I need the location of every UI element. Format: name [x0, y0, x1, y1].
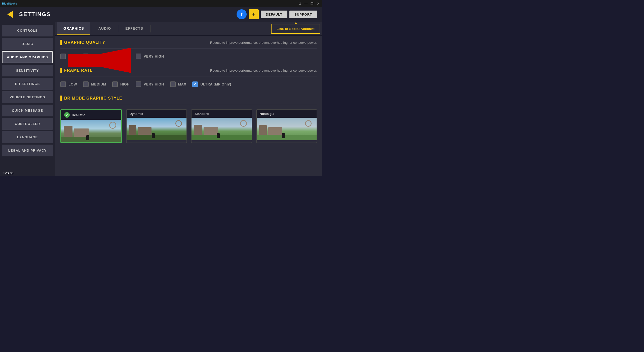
style-name-realistic: Realistic — [72, 113, 85, 117]
style-name-nostalgia: Nostalgia — [260, 112, 275, 116]
frame-rate-options: LOW MEDIUM HIGH VERY HIGH — [60, 79, 317, 90]
main-body: CONTROLS BASIC AUDIO AND GRAPHICS SENSIT… — [0, 22, 322, 176]
app-container: SETTINGS f + DEFAULT SUPPORT CONTROLS BA… — [0, 7, 322, 176]
checkbox-very-high[interactable] — [136, 54, 141, 59]
checkbox-fr-high[interactable] — [112, 81, 118, 87]
sidebar-item-quick-message[interactable]: QUICK MESSAGE — [2, 105, 53, 116]
style-name-standard: Standard — [195, 112, 209, 116]
section-bar-fr-icon — [60, 68, 62, 73]
style-card-realistic-header: ✓ Realistic — [61, 110, 121, 120]
link-social-button[interactable]: Link to Social Account — [271, 24, 320, 34]
graphic-quality-section: GRAPHIC QUALITY Reduce to improve perfor… — [60, 40, 317, 62]
option-fr-very-high: VERY HIGH — [136, 81, 164, 87]
style-card-standard[interactable]: Standard — [191, 109, 252, 143]
checkbox-fr-very-high[interactable] — [136, 81, 141, 87]
frame-rate-header: FRAME RATE Reduce to improve performance… — [60, 68, 317, 73]
support-button[interactable]: SUPPORT — [289, 11, 317, 18]
style-card-dynamic[interactable]: Dynamic — [126, 109, 187, 143]
label-fr-low: LOW — [68, 82, 77, 86]
label-high: HIGH — [120, 54, 130, 58]
graphic-style-header: BR MODE GRAPHIC STYLE — [60, 96, 317, 101]
label-fr-medium: MEDIUM — [91, 82, 106, 86]
section-bar-icon — [60, 40, 62, 45]
checkbox-fr-ultra[interactable] — [192, 81, 198, 87]
option-fr-ultra: ULTRA (MP Only) — [192, 81, 231, 87]
checkbox-fr-max[interactable] — [170, 81, 176, 87]
divider-fr — [60, 76, 317, 76]
label-very-high: VERY HIGH — [144, 54, 164, 58]
fps-indicator: FPS 30 — [3, 171, 13, 175]
style-img-standard — [192, 118, 252, 140]
fps-value: 30 — [10, 171, 13, 175]
checkbox-low[interactable] — [60, 54, 66, 59]
checkbox-fr-medium[interactable] — [83, 81, 89, 87]
titlebar: BlueStacks ⚙ — ❐ ✕ — [0, 0, 322, 7]
tab-bar: GRAPHICS AUDIO EFFECTS Link to Social Ac… — [55, 22, 322, 36]
style-card-standard-header: Standard — [192, 110, 252, 118]
tab-graphics[interactable]: GRAPHICS — [57, 22, 90, 35]
default-button[interactable]: DEFAULT — [261, 11, 287, 18]
label-low: LOW — [68, 54, 77, 58]
label-fr-very-high: VERY HIGH — [144, 82, 164, 86]
back-arrow-icon — [7, 11, 13, 18]
checkbox-high[interactable] — [112, 54, 118, 59]
settings-icon[interactable]: ⚙ — [298, 2, 302, 6]
option-very-high: VERY HIGH — [136, 54, 164, 59]
graphic-quality-desc: Reduce to improve performance, prevent o… — [210, 41, 317, 45]
tab-divider-1 — [91, 25, 91, 32]
sidebar: CONTROLS BASIC AUDIO AND GRAPHICS SENSIT… — [0, 22, 55, 176]
option-fr-high: HIGH — [112, 81, 130, 87]
window-controls: ⚙ — ❐ ✕ — [298, 2, 320, 6]
style-card-nostalgia[interactable]: Nostalgia — [256, 109, 317, 143]
style-img-nostalgia — [257, 118, 317, 140]
graphic-quality-header: GRAPHIC QUALITY Reduce to improve perfor… — [60, 40, 317, 45]
checkbox-medium[interactable] — [83, 54, 89, 59]
sidebar-item-basic[interactable]: BASIC — [2, 38, 53, 50]
checkbox-fr-low[interactable] — [60, 81, 66, 87]
graphic-quality-title: GRAPHIC QUALITY — [64, 40, 105, 45]
sidebar-item-controls[interactable]: CONTROLS — [2, 25, 53, 36]
sidebar-item-legal-privacy[interactable]: LEGAL AND PRIVACY — [2, 145, 53, 156]
minimize-btn[interactable]: — — [304, 2, 308, 6]
label-fr-ultra: ULTRA (MP Only) — [200, 82, 231, 86]
tab-effects[interactable]: EFFECTS — [119, 22, 149, 35]
sidebar-item-sensitivity[interactable]: SENSITIVITY — [2, 65, 53, 76]
style-img-realistic — [61, 120, 121, 142]
label-fr-high: HIGH — [120, 82, 130, 86]
sidebar-item-controller[interactable]: CONTROLLER — [2, 118, 53, 130]
tab-audio[interactable]: AUDIO — [92, 22, 117, 35]
page-title: SETTINGS — [19, 11, 51, 18]
header: SETTINGS f + DEFAULT SUPPORT — [0, 7, 322, 22]
option-high: HIGH — [112, 54, 130, 59]
close-btn[interactable]: ✕ — [316, 2, 320, 6]
header-actions: f + DEFAULT SUPPORT — [237, 9, 317, 19]
facebook-button[interactable]: f — [237, 9, 247, 19]
sidebar-item-vehicle-settings[interactable]: VEHICLE SETTINGS — [2, 91, 53, 103]
style-card-dynamic-header: Dynamic — [127, 110, 187, 118]
style-img-dynamic — [127, 118, 187, 140]
sidebar-item-language[interactable]: LANGUAGE — [2, 131, 53, 143]
settings-content: GRAPHIC QUALITY Reduce to improve perfor… — [55, 36, 322, 176]
section-bar-gs-icon — [60, 96, 62, 101]
graphic-style-section: BR MODE GRAPHIC STYLE ✓ Realistic — [60, 96, 317, 146]
app-logo: BlueStacks — [2, 2, 17, 5]
maximize-btn[interactable]: ❐ — [310, 2, 314, 6]
frame-rate-desc: Reduce to improve performance, prevent o… — [210, 69, 317, 72]
style-cards-container: ✓ Realistic — [60, 107, 317, 146]
check-icon: ✓ — [64, 112, 70, 118]
style-card-nostalgia-header: Nostalgia — [257, 110, 317, 118]
divider — [60, 48, 317, 49]
back-button[interactable] — [5, 9, 15, 19]
option-medium: MEDIUM — [83, 54, 106, 59]
label-fr-max: MAX — [178, 82, 186, 86]
option-fr-medium: MEDIUM — [83, 81, 106, 87]
frame-rate-section: FRAME RATE Reduce to improve performance… — [60, 68, 317, 90]
style-name-dynamic: Dynamic — [130, 112, 143, 116]
add-button[interactable]: + — [249, 9, 259, 19]
fps-label: FPS — [3, 171, 9, 175]
sidebar-item-br-settings[interactable]: BR SETTINGS — [2, 78, 53, 90]
style-card-realistic[interactable]: ✓ Realistic — [60, 109, 122, 143]
graphic-quality-options: LOW MEDIUM HIGH VERY HIGH — [60, 51, 317, 62]
tab-divider-2 — [118, 25, 118, 32]
sidebar-item-audio-graphics[interactable]: AUDIO AND GRAPHICS — [2, 51, 53, 63]
